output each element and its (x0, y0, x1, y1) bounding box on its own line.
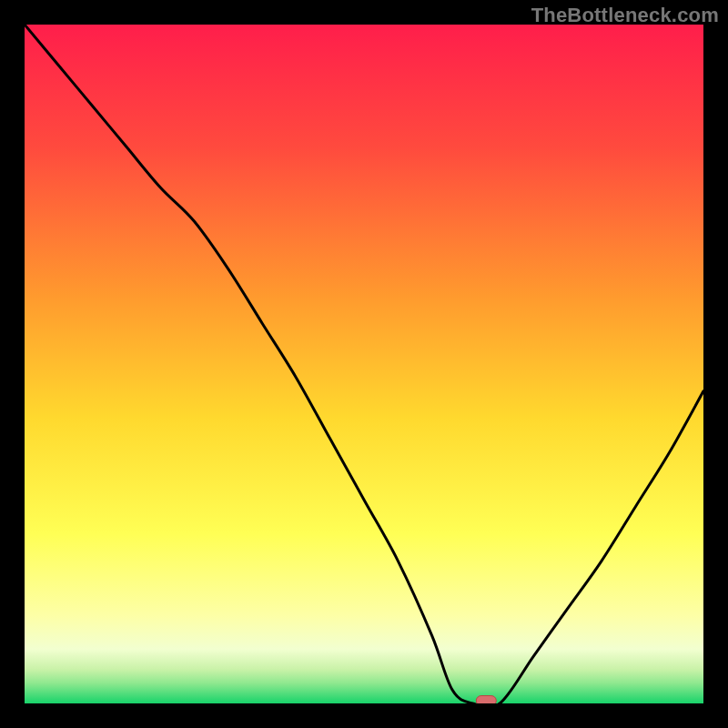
plot-area (25, 25, 703, 703)
watermark-text: TheBottleneck.com (531, 4, 719, 27)
chart-frame: TheBottleneck.com (0, 0, 728, 728)
optimal-point-marker (476, 696, 496, 704)
gradient-background (25, 25, 703, 703)
chart-svg (25, 25, 703, 703)
